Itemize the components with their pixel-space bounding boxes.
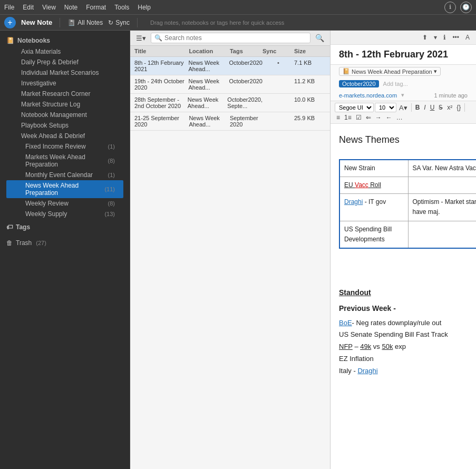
sync-button[interactable]: ↻ Sync xyxy=(108,19,130,26)
table-cell-col1-r1[interactable]: New Strain xyxy=(339,160,408,177)
font-button[interactable]: A xyxy=(463,33,472,42)
col-title: Title xyxy=(134,48,189,54)
row4-sync xyxy=(263,115,294,128)
sidebar-item-market-structure[interactable]: Market Structure Log xyxy=(6,99,123,110)
sidebar-item-week-ahead[interactable]: Week Ahead & Debrief xyxy=(6,131,123,141)
unordered-list-button[interactable]: ≡ xyxy=(335,113,342,122)
outdent-button[interactable]: ← xyxy=(384,113,394,122)
table-cell-col2-r3[interactable]: Optimism - Market starting to price in a… xyxy=(408,194,476,221)
strikethrough-button[interactable]: S̶ xyxy=(437,103,444,112)
view-mode-button[interactable]: ☰▾ xyxy=(134,34,148,43)
add-tag-field[interactable]: Add tag... xyxy=(383,81,408,87)
all-notes-button[interactable]: 📓 All Notes xyxy=(67,19,103,26)
font-family-select[interactable]: Segoe UI xyxy=(335,103,374,112)
tags-header[interactable]: 🏷 Tags xyxy=(6,223,123,231)
note-meta-bar: 📔 News Week Ahead Preparation ▾ October2… xyxy=(331,65,476,101)
menu-note[interactable]: Note xyxy=(64,4,77,11)
row2-tags: October2020 xyxy=(229,78,263,91)
sidebar-item-weekly-supply[interactable]: Weekly Supply (13) xyxy=(6,209,123,219)
notebook-badge[interactable]: 📔 News Week Ahead Preparation ▾ xyxy=(339,67,441,76)
note-title[interactable]: 8th - 12th February 2021 xyxy=(339,49,468,60)
external-link[interactable]: e-markets.nordea.com xyxy=(339,92,397,99)
boe-link[interactable]: BoE xyxy=(339,319,352,327)
menu-view[interactable]: View xyxy=(42,4,56,11)
new-note-plus-icon[interactable]: + xyxy=(4,17,16,28)
row1-size: 7.1 KB xyxy=(294,60,326,72)
note-content[interactable]: News Themes New Strain SA Var. New Astra… xyxy=(331,124,476,469)
sidebar-item-markets-week[interactable]: Markets Week Ahead Preparation (8) xyxy=(6,152,123,170)
sidebar-item-market-research[interactable]: Market Research Corner xyxy=(6,89,123,99)
note-list-row[interactable]: 21-25 September 2020 News Week Ahead... … xyxy=(130,112,330,131)
sidebar-item-axia[interactable]: Axia Materials xyxy=(6,46,123,57)
trash-item[interactable]: 🗑 Trash (27) xyxy=(0,237,130,249)
trash-icon: 🗑 xyxy=(6,239,13,247)
table-cell-col1-r3[interactable]: Draghi - IT gov xyxy=(339,194,408,221)
col-sync: Sync xyxy=(263,48,294,54)
sidebar-item-news-week[interactable]: News Week Ahead Preparation (11) xyxy=(6,180,123,198)
ordered-list-button[interactable]: 1≡ xyxy=(343,113,353,122)
align-button[interactable]: ⇐ xyxy=(364,113,373,122)
table-cell-col1-r4[interactable]: US Spending Bill Developments xyxy=(339,221,408,248)
menu-help[interactable]: Help xyxy=(138,4,151,11)
notebooks-section: 📔 Notebooks Axia Materials Daily Prep & … xyxy=(0,35,130,221)
sidebar-item-weekly-review[interactable]: Weekly Review (8) xyxy=(6,198,123,209)
table-cell-col2-r1[interactable]: SA Var. New Astra Vaccine (Autumn). xyxy=(408,160,476,177)
50k-text: 50k xyxy=(382,343,393,350)
bullet-ez-inflation: EZ Inflation xyxy=(339,354,468,365)
clock-icon[interactable]: 🕐 xyxy=(460,2,472,13)
tag-button[interactable]: ▾ xyxy=(432,33,439,42)
share-button[interactable]: ⬆ xyxy=(420,33,430,42)
main-layout: 📔 Notebooks Axia Materials Daily Prep & … xyxy=(0,31,476,469)
draghi-link2[interactable]: Draghi xyxy=(357,367,377,375)
bullet-italy: Italy - Draghi xyxy=(339,366,468,377)
sidebar-item-daily-prep[interactable]: Daily Prep & Debrief xyxy=(6,57,123,67)
info-icon[interactable]: ℹ xyxy=(444,2,456,13)
italic-button[interactable]: I xyxy=(422,103,427,112)
row3-title: 28th September - 2nd October 2020 xyxy=(134,96,188,109)
menu-edit[interactable]: Edit xyxy=(23,4,34,11)
sidebar-item-fixed-income[interactable]: Fixed Income Review (1) xyxy=(6,141,123,152)
notebooks-header[interactable]: 📔 Notebooks xyxy=(6,37,123,44)
table-cell-col1-r2[interactable]: EU Vacc Roll xyxy=(339,177,408,193)
checkbox-button[interactable]: ☑ xyxy=(354,113,363,122)
font-color-button[interactable]: A▾ xyxy=(397,103,409,112)
sync-icon: ↻ xyxy=(108,19,113,26)
previous-week-heading: Previous Week - xyxy=(339,302,468,314)
superscript-button[interactable]: x² xyxy=(445,103,454,112)
note-list-row[interactable]: 8th - 12th February 2021 News Week Ahead… xyxy=(130,57,330,75)
search-button[interactable]: 🔍 xyxy=(314,33,326,43)
bold-button[interactable]: B xyxy=(414,103,422,112)
underline-button[interactable]: U xyxy=(429,103,436,112)
search-icon: 🔍 xyxy=(154,34,162,42)
menu-tools[interactable]: Tools xyxy=(114,4,129,11)
table-cell-col2-r4[interactable]: ▾ xyxy=(408,221,476,248)
new-note-label: New Note xyxy=(21,18,52,26)
more-format-button[interactable]: … xyxy=(395,113,404,122)
more-button[interactable]: ••• xyxy=(450,33,461,42)
info-button[interactable]: ℹ xyxy=(441,33,448,42)
menu-bar: File Edit View Note Format Tools Help ℹ … xyxy=(0,0,476,15)
table-cell-col2-r2[interactable] xyxy=(408,177,476,193)
table-row: EU Vacc Roll xyxy=(339,177,476,193)
sidebar-item-monthly-event[interactable]: Monthly Event Calendar (1) xyxy=(6,170,123,180)
row2-sync xyxy=(263,78,294,91)
note-title-bar: 8th - 12th February 2021 xyxy=(331,45,476,65)
note-list-row[interactable]: 28th September - 2nd October 2020 News W… xyxy=(130,94,330,112)
tag-badge[interactable]: October2020 xyxy=(339,80,379,87)
nfp-text: NFP xyxy=(339,343,353,350)
menu-format[interactable]: Format xyxy=(86,4,106,11)
search-input[interactable] xyxy=(164,34,307,42)
note-list-row[interactable]: 19th - 24th October 2020 News Week Ahead… xyxy=(130,75,330,94)
notebook-icon: 📓 xyxy=(67,19,75,26)
sidebar-item-playbook[interactable]: Playbook Setups xyxy=(6,120,123,131)
font-size-select[interactable]: 10 xyxy=(375,103,396,112)
code-button[interactable]: {} xyxy=(455,103,462,112)
row4-title: 21-25 September 2020 xyxy=(134,115,189,128)
sidebar-item-individual[interactable]: Individual Market Scenarios xyxy=(6,67,123,78)
menu-file[interactable]: File xyxy=(4,4,14,11)
draghi-link[interactable]: Draghi xyxy=(344,198,363,206)
sidebar-item-notebook-mgmt[interactable]: Notebook Management xyxy=(6,110,123,120)
indent-button[interactable]: → xyxy=(374,113,383,122)
sidebar-item-investigative[interactable]: Investigative xyxy=(6,78,123,89)
note-table[interactable]: New Strain SA Var. New Astra Vaccine (Au… xyxy=(339,159,476,249)
